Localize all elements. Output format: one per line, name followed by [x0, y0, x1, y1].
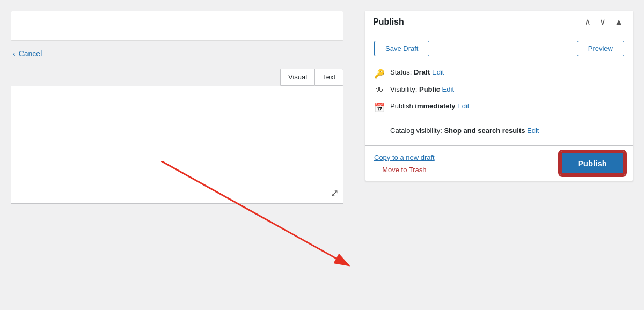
status-text: Status: Draft Edit: [390, 68, 444, 76]
eye-icon: 👁: [374, 86, 385, 95]
key-icon: 🔑: [374, 69, 385, 79]
footer-left: Copy to a new draft Move to Trash: [374, 153, 435, 174]
collapse-down-button[interactable]: ∨: [597, 17, 608, 27]
publish-panel: Publish ∧ ∨ ▲ Save Draft Preview 🔑 Statu…: [365, 11, 633, 181]
status-edit-link[interactable]: Edit: [432, 68, 444, 76]
visibility-text: Visibility: Public Edit: [390, 85, 454, 93]
catalog-edit-link[interactable]: Edit: [527, 127, 539, 135]
editor-content[interactable]: ⤢: [11, 86, 343, 204]
collapse-up-button[interactable]: ∧: [582, 17, 593, 27]
move-trash-button[interactable]: Move to Trash: [374, 166, 435, 174]
fullscreen-icon[interactable]: ⤢: [331, 187, 339, 199]
status-item: 🔑 Status: Draft Edit: [374, 65, 624, 82]
save-draft-button[interactable]: Save Draft: [374, 41, 429, 56]
panel-body: Save Draft Preview 🔑 Status: Draft Edit …: [365, 33, 633, 145]
visibility-item: 👁 Visibility: Public Edit: [374, 82, 624, 99]
panel-controls: ∧ ∨ ▲: [582, 17, 625, 27]
visibility-edit-link[interactable]: Edit: [442, 85, 454, 93]
editor-tabs-area: Visual Text ⤢: [11, 69, 343, 204]
editor-area: ‹ Cancel Visual Text ⤢: [0, 0, 354, 310]
copy-draft-button[interactable]: Copy to a new draft: [374, 153, 435, 161]
meta-list: 🔑 Status: Draft Edit 👁 Visibility: Publi…: [374, 65, 624, 116]
panel-header: Publish ∧ ∨ ▲: [365, 11, 633, 33]
preview-button[interactable]: Preview: [577, 41, 624, 56]
toggle-button[interactable]: ▲: [612, 17, 625, 27]
title-input[interactable]: [11, 11, 343, 41]
cancel-link[interactable]: Cancel: [19, 49, 42, 58]
publish-time-item: 📅 Publish immediately Edit: [374, 99, 624, 116]
catalog-visibility-item: Catalog visibility: Shop and search resu…: [374, 123, 624, 138]
tab-visual[interactable]: Visual: [280, 69, 314, 86]
publish-time-text: Publish immediately Edit: [390, 102, 469, 110]
draft-preview-row: Save Draft Preview: [374, 41, 624, 56]
calendar-icon: 📅: [374, 102, 385, 113]
panel-title: Publish: [373, 17, 404, 27]
panel-footer: Copy to a new draft Move to Trash Publis…: [365, 145, 633, 181]
publish-button[interactable]: Publish: [561, 152, 624, 174]
tab-text[interactable]: Text: [314, 69, 343, 86]
back-chevron-icon: ‹: [13, 49, 16, 58]
publish-time-edit-link[interactable]: Edit: [457, 102, 469, 110]
